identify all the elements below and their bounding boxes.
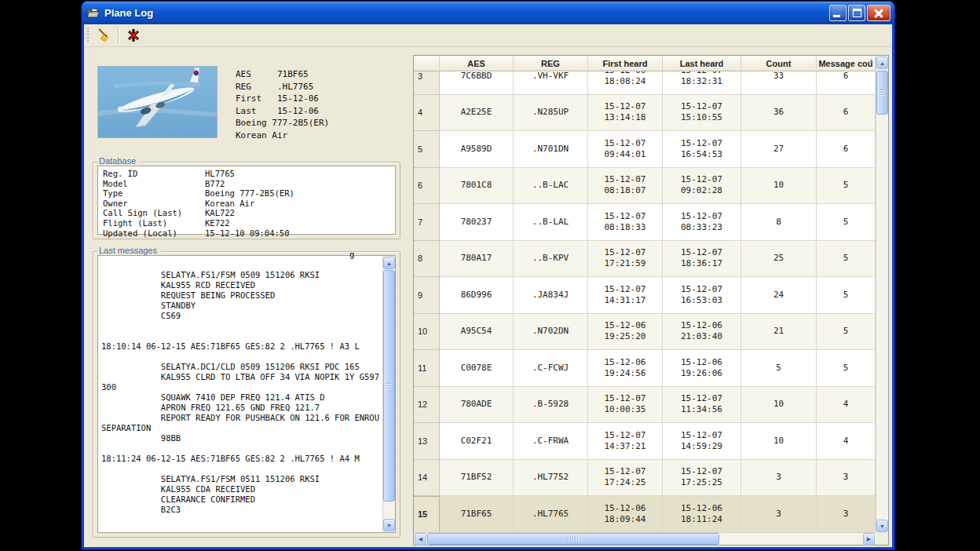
toolbar-grip[interactable]	[86, 27, 90, 43]
table-horizontal-scrollbar[interactable]: ◀ ▶	[414, 532, 876, 545]
count-cell: 36	[741, 95, 817, 132]
aircraft-summary-fields: AES71BF65REG.HL7765First15-12-06Last15-1…	[236, 68, 404, 117]
database-field-label: Updated (Local)	[103, 228, 205, 239]
table-row[interactable]: 11C0078E.C-FCWJ15-12-06 19:24:5615-12-06…	[414, 350, 876, 387]
summary-field-value: 71BF65	[277, 68, 309, 81]
summary-field-label: First	[236, 93, 277, 105]
row-number-cell: 10	[414, 314, 440, 351]
reg-cell: .N285UP	[514, 95, 588, 132]
last-heard-cell: 15-12-07 18:32:31	[663, 71, 741, 95]
last-heard-cell: 15-12-07 17:25:25	[663, 460, 741, 497]
scroll-right-icon[interactable]: ▶	[863, 533, 875, 546]
message-count-cell: 5	[817, 277, 876, 314]
aes-cell: A95C54	[440, 314, 514, 351]
first-heard-cell: 15-12-07 14:37:21	[588, 423, 663, 460]
sort-ascending-icon: ▲	[868, 57, 874, 63]
row-number-cell: 9	[414, 277, 440, 314]
reg-cell: .N701DN	[514, 131, 588, 168]
message-count-cell: 5	[817, 350, 876, 387]
messages-box[interactable]: g SELATYA.FS1/FSM 0509 151206 RKSI KAL95…	[97, 255, 396, 533]
last-heard-cell: 15-12-07 16:53:03	[663, 277, 741, 314]
database-fields: Reg. IDHL7765ModelB772TypeBoeing 777-2B5…	[98, 166, 395, 238]
summary-field-value: 15-12-06	[277, 93, 319, 105]
table-row[interactable]: 13C02F21.C-FRWA15-12-07 14:37:2115-12-07…	[414, 423, 876, 460]
app-folder-icon	[86, 7, 101, 20]
maximize-button[interactable]	[848, 5, 865, 21]
row-number-cell: 15	[414, 496, 440, 533]
messages-scrollbar[interactable]: ▲ ▼	[382, 256, 395, 532]
aes-cell: 86D996	[440, 277, 514, 314]
clean-button[interactable]	[93, 26, 114, 46]
table-row[interactable]: 10A95C54.N702DN15-12-06 19:25:2015-12-06…	[414, 314, 876, 351]
column-header-REG[interactable]: REG	[514, 56, 588, 71]
message-count-cell: 5	[817, 241, 876, 278]
message-count-cell: 4	[817, 423, 876, 460]
table-row[interactable]: 4A2E25E.N285UP15-12-07 13:14:1815-12-07 …	[414, 95, 876, 132]
database-field-value: KE722	[205, 218, 230, 228]
last-heard-cell: 15-12-07 18:36:17	[663, 241, 741, 278]
table-vertical-scrollbar[interactable]: ▲ ▼	[876, 56, 888, 533]
scroll-up-icon[interactable]: ▲	[383, 257, 395, 269]
message-count-cell: 3	[817, 460, 876, 497]
table-vscroll-thumb[interactable]	[876, 71, 888, 115]
table-row[interactable]: 37C6BBD.VH-VKF15-12-06 18:08:2415-12-07 …	[414, 71, 876, 95]
table-row[interactable]: 8780A17..B-KPV15-12-07 17:21:5915-12-07 …	[414, 241, 876, 278]
aircraft-photo	[97, 66, 218, 138]
database-field-value: Boeing 777-2B5(ER)	[205, 188, 294, 199]
close-button[interactable]	[867, 5, 890, 21]
database-field: TypeBoeing 777-2B5(ER)	[103, 188, 395, 199]
count-cell: 8	[741, 204, 817, 241]
last-heard-cell: 15-12-06 21:03:40	[663, 314, 741, 351]
table-row[interactable]: 7780237..B-LAL15-12-07 08:18:3315-12-07 …	[414, 204, 876, 241]
row-number-cell: 12	[414, 387, 440, 424]
desktop: Plane Log	[0, 0, 980, 551]
table-row[interactable]: 12780ADE.B-592815-12-07 10:00:3515-12-07…	[414, 387, 876, 424]
minimize-button[interactable]	[829, 5, 847, 21]
summary-field: REG.HL7765	[236, 81, 404, 93]
column-header-rownum[interactable]	[414, 56, 440, 71]
database-field-value: B772	[205, 179, 225, 189]
last-heard-cell: 15-12-06 19:26:06	[663, 350, 741, 387]
close-icon	[868, 5, 890, 20]
last-heard-cell: 15-12-07 08:33:23	[663, 204, 741, 241]
column-header-Count[interactable]: Count	[741, 56, 817, 71]
messages-scrollbar-thumb[interactable]	[383, 270, 395, 502]
summary-field-label: Last	[236, 105, 277, 118]
count-cell: 3	[741, 460, 817, 497]
purge-button[interactable]	[122, 26, 144, 46]
table-row[interactable]: 67801C8..B-LAC15-12-07 08:18:0715-12-07 …	[414, 168, 876, 205]
count-cell: 10	[741, 423, 817, 460]
scroll-left-icon[interactable]: ◀	[415, 533, 426, 546]
column-header-AES[interactable]: AES	[440, 56, 514, 71]
window-title: Plane Log	[104, 7, 828, 19]
toolbar	[84, 24, 892, 47]
first-heard-cell: 15-12-07 17:21:59	[588, 241, 663, 278]
first-heard-cell: 15-12-06 19:24:56	[588, 350, 663, 387]
last-heard-cell: 15-12-07 09:02:28	[663, 168, 741, 205]
column-header-Last heard[interactable]: Last heard	[663, 56, 741, 71]
scroll-up-icon[interactable]: ▲	[876, 57, 888, 69]
reg-cell: .HL7752	[514, 460, 588, 497]
row-number-cell: 5	[414, 131, 440, 168]
table-hscroll-thumb[interactable]	[427, 533, 719, 545]
table-row[interactable]: 5A9589D.N701DN15-12-07 09:44:0115-12-07 …	[414, 131, 876, 168]
minimize-icon	[833, 15, 840, 17]
titlebar[interactable]: Plane Log	[82, 2, 894, 24]
column-header-Message cou[interactable]: Message cou▲	[817, 56, 876, 71]
column-header-First heard[interactable]: First heard	[588, 56, 663, 71]
last-heard-cell: 15-12-07 15:10:55	[663, 95, 741, 132]
table-row[interactable]: 1571BF65.HL776515-12-06 18:09:4415-12-06…	[414, 496, 876, 533]
database-field: Updated (Local)15-12-10 09:04:50	[103, 228, 395, 239]
aircraft-airline: Korean Air	[236, 130, 404, 142]
maximize-icon	[853, 9, 861, 17]
summary-field-label: AES	[236, 68, 277, 81]
reg-cell: .B-5928	[514, 387, 588, 424]
messages-text: g SELATYA.FS1/FSM 0509 151206 RKSI KAL95…	[101, 250, 379, 531]
reg-cell: .JA834J	[514, 277, 588, 314]
scroll-down-icon[interactable]: ▼	[383, 519, 395, 531]
summary-field-value: 15-12-06	[277, 105, 319, 118]
table-row[interactable]: 986D996.JA834J15-12-07 14:31:1715-12-07 …	[414, 277, 876, 314]
database-field-value: HL7765	[205, 169, 235, 179]
scroll-down-icon[interactable]: ▼	[876, 520, 888, 532]
table-row[interactable]: 1471BF52.HL775215-12-07 17:24:2515-12-07…	[414, 460, 876, 497]
